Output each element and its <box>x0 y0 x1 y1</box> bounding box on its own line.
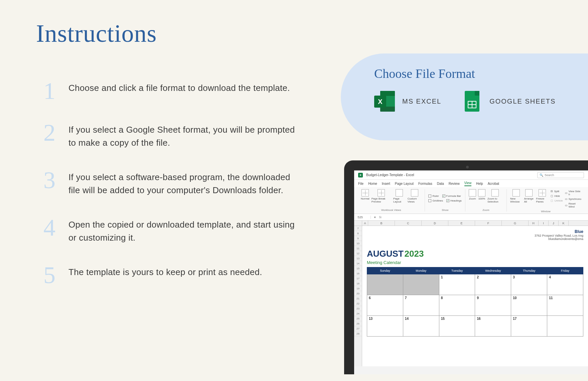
step-text: Choose and click a file format to downlo… <box>68 80 290 95</box>
steps-list: 1Choose and click a file format to downl… <box>43 80 304 306</box>
laptop-mockup: X Budget-Ledger-Template - Excel 🔍Search… <box>344 160 588 381</box>
menu-review: Review <box>449 182 460 185</box>
file-title: Budget-Ledger-Template - Excel <box>366 173 414 177</box>
titlebar: X Budget-Ledger-Template - Excel 🔍Search <box>354 170 588 180</box>
menu-home: Home <box>368 182 377 185</box>
year-label: 2023 <box>405 249 424 259</box>
ribbon: Normal Page Break Preview Page Layout Cu… <box>354 187 588 214</box>
step-3: 3If you select a software-based program,… <box>43 169 304 197</box>
ms-excel-option[interactable]: X MS EXCEL <box>374 91 441 112</box>
sheet-content: Blue 3762 Prospect Valley Road, Los Ang … <box>362 226 588 366</box>
step-number: 4 <box>43 217 68 239</box>
format-options: X MS EXCEL GOOGLE SHEETS <box>374 91 575 112</box>
file-format-panel: Choose File Format X MS EXCEL GOOGLE SHE… <box>341 53 588 140</box>
company-info: Blue 3762 Prospect Valley Road, Los Ang … <box>535 229 583 241</box>
month-label: AUGUST <box>367 249 404 259</box>
page-title: Instructions <box>36 19 157 48</box>
ribbon-group-zoom: Zoom 100% Zoom to Selection Zoom <box>465 189 507 212</box>
cell-ref: S25 <box>357 216 371 219</box>
step-text: The template is yours to keep or print a… <box>68 264 262 279</box>
excel-icon: X <box>374 91 395 112</box>
step-number: 1 <box>43 80 68 102</box>
ribbon-group-views: Normal Page Break Preview Page Layout Cu… <box>357 189 425 212</box>
laptop-frame: X Budget-Ledger-Template - Excel 🔍Search… <box>344 160 588 374</box>
dropdown-icon: ▾ <box>374 216 376 219</box>
menu-formulas: Formulas <box>418 182 432 185</box>
excel-screenshot: X Budget-Ledger-Template - Excel 🔍Search… <box>354 170 588 374</box>
option-label: GOOGLE SHEETS <box>489 98 556 105</box>
column-headers: A B C D E F G H I J K <box>354 221 588 226</box>
step-number: 2 <box>43 122 68 144</box>
formula-bar: S25 ▾ fx <box>354 214 588 221</box>
google-sheets-option[interactable]: GOOGLE SHEETS <box>461 91 556 112</box>
step-1: 1Choose and click a file format to downl… <box>43 80 304 102</box>
menu-data: Data <box>437 182 444 185</box>
step-text: If you select a Google Sheet format, you… <box>68 122 304 149</box>
sheet-body: 7891011121314151617181920212223242526272… <box>354 226 588 366</box>
step-text: Open the copied or downloaded template, … <box>68 217 304 244</box>
calendar-table: SundayMondayTuesdayWednesdayThursdayFrid… <box>367 267 583 337</box>
step-number: 5 <box>43 264 68 286</box>
menu-pagelayout: Page Layout <box>395 182 414 185</box>
menu-insert: Insert <box>382 182 390 185</box>
step-5: 5The template is yours to keep or print … <box>43 264 304 286</box>
fx-label: fx <box>379 216 382 219</box>
search-box: 🔍Search <box>537 172 584 178</box>
option-label: MS EXCEL <box>402 98 441 105</box>
menu-bar: File Home Insert Page Layout Formulas Da… <box>354 180 588 187</box>
menu-help: Help <box>476 182 483 185</box>
step-4: 4Open the copied or downloaded template,… <box>43 217 304 244</box>
excel-app-icon: X <box>358 173 363 177</box>
row-numbers: 7891011121314151617181920212223242526272… <box>354 226 362 366</box>
calendar-subtitle: Meeting Calendar <box>367 260 583 265</box>
ribbon-group-show: Ruler ✓Formula Bar Gridlines ✓Headings S… <box>425 189 465 212</box>
step-text: If you select a software-based program, … <box>68 169 304 197</box>
step-2: 2If you select a Google Sheet format, yo… <box>43 122 304 149</box>
menu-acrobat: Acrobat <box>488 182 499 185</box>
ribbon-group-window: New Window Arrange All Freeze Panes ⊟Spl… <box>507 189 585 212</box>
step-number: 3 <box>43 169 68 191</box>
panel-title: Choose File Format <box>374 66 575 81</box>
sheets-icon <box>461 91 482 112</box>
menu-view: View <box>464 181 472 186</box>
menu-file: File <box>358 182 363 185</box>
